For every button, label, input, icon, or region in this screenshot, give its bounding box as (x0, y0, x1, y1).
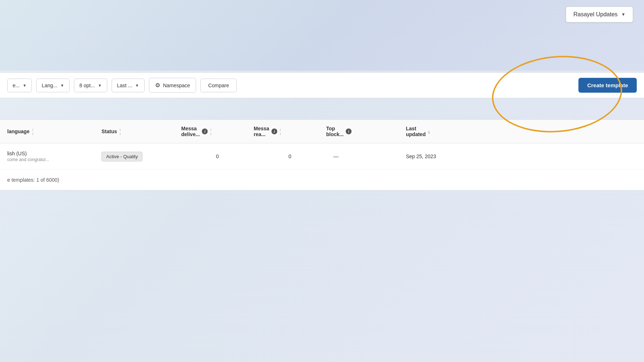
message-delivered-cell: 0 (181, 153, 254, 159)
filter-1-label: e... (13, 83, 20, 88)
chevron-down-icon: ▼ (98, 83, 102, 88)
info-icon[interactable]: i (346, 129, 352, 134)
language-filter-button[interactable]: Lang... ▼ (36, 79, 70, 92)
sort-icon[interactable]: ↑ ↓ (210, 128, 212, 135)
top-block-cell: — (326, 153, 406, 159)
sort-icon[interactable]: ↑ ↓ (119, 128, 121, 135)
column-top-block-label: Topblock... (326, 126, 344, 137)
filter-1-button[interactable]: e... ▼ (7, 79, 32, 92)
gear-icon: ⚙ (155, 82, 160, 89)
sort-down-icon[interactable]: ↓ (428, 129, 430, 134)
language-name: lish (US) (7, 151, 101, 156)
table-header: language ↑ ↓ Status ↑ ↓ Messadelive... i (0, 120, 644, 143)
table-footer: e templates: 1 of 6000) (0, 170, 644, 190)
column-status: Status ↑ ↓ (101, 128, 181, 135)
status-cell: Active - Quality (101, 152, 181, 161)
column-last-updated-label: Lastupdated (406, 126, 425, 137)
column-language-label: language (7, 129, 29, 134)
language-cell: lish (US) come and congratul... (7, 151, 101, 162)
column-top-block: Topblock... i (326, 126, 406, 137)
top-bar: Rasayel Updates ▼ (555, 0, 644, 29)
chevron-down-icon: ▼ (135, 83, 139, 88)
rasayel-updates-label: Rasayel Updates (573, 11, 618, 18)
column-message-delivered: Messadelive... i ↑ ↓ (181, 126, 254, 137)
column-message-read: Messarea... i ↑ ↓ (254, 126, 326, 137)
background-header (0, 0, 644, 71)
language-filter-label: Lang... (42, 83, 57, 88)
info-icon[interactable]: i (202, 129, 208, 134)
column-message-read-label: Messarea... (254, 126, 269, 137)
chevron-down-icon: ▼ (621, 12, 626, 17)
namespace-button[interactable]: ⚙ Namespace (149, 78, 196, 93)
table-container: language ↑ ↓ Status ↑ ↓ Messadelive... i (0, 119, 644, 190)
date-filter-button[interactable]: Last ... ▼ (112, 79, 145, 92)
message-read-cell: 0 (254, 153, 326, 159)
sort-icon[interactable]: ↑ ↓ (279, 128, 282, 135)
sort-icon[interactable]: ↑ ↓ (32, 128, 34, 135)
date-filter-label: Last ... (117, 83, 132, 88)
rasayel-updates-button[interactable]: Rasayel Updates ▼ (566, 7, 633, 22)
chevron-down-icon: ▼ (60, 83, 64, 88)
last-updated-cell: Sep 25, 2023 (406, 153, 637, 159)
column-message-delivered-label: Messadelive... (181, 126, 200, 137)
info-icon[interactable]: i (271, 129, 277, 134)
create-template-button[interactable]: Create template (578, 78, 637, 93)
column-language: language ↑ ↓ (7, 128, 101, 135)
create-template-label: Create template (587, 82, 628, 88)
language-sub: come and congratul... (7, 157, 101, 162)
status-badge: Active - Quality (101, 152, 142, 161)
chevron-down-icon: ▼ (22, 83, 26, 88)
compare-label: Compare (208, 83, 229, 88)
compare-button[interactable]: Compare (200, 79, 237, 92)
options-filter-label: 8 opt... (79, 83, 95, 88)
table-row: lish (US) come and congratul... Active -… (0, 143, 644, 170)
column-status-label: Status (101, 129, 117, 134)
namespace-label: Namespace (163, 83, 190, 88)
filter-bar: e... ▼ Lang... ▼ 8 opt... ▼ Last ... ▼ ⚙… (0, 72, 644, 98)
column-last-updated: Lastupdated ↓ (406, 126, 637, 137)
options-filter-button[interactable]: 8 opt... ▼ (74, 79, 107, 92)
